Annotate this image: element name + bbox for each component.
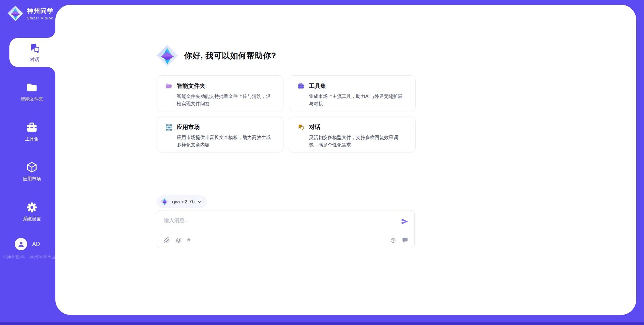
card-title: 工具集: [309, 82, 326, 90]
sidebar-item-settings[interactable]: 系统设置: [7, 201, 57, 222]
app-window: 神州问学 Smart Vision 对话 智能文件夹 工具集: [0, 0, 644, 325]
grid-icon: [165, 124, 172, 131]
sidebar-item-label: 智能文件夹: [20, 96, 43, 102]
composer-tools-right: [390, 237, 408, 243]
chat-icon: [297, 124, 305, 131]
brand: 神州问学 Smart Vision: [7, 5, 54, 21]
card-description: 集成市场上主流工具，助力AI与外界无缝扩展与对接: [309, 92, 407, 108]
sidebar-footer: ©神州数码 · 神州问学出品: [3, 254, 59, 260]
sidebar-item-smart-folder[interactable]: 智能文件夹: [7, 81, 57, 102]
model-selector[interactable]: qwen2:7b: [157, 195, 207, 208]
person-icon: [17, 241, 25, 248]
card-toolset[interactable]: 工具集 集成市场上主流工具，助力AI与外界无缝扩展与对接: [289, 75, 416, 111]
sidebar-item-label: 工具集: [25, 136, 39, 142]
card-header: 应用市场: [165, 123, 275, 131]
folder-icon: [26, 81, 38, 93]
topic-button[interactable]: #: [187, 237, 190, 244]
card-description: 灵活切换多模型文件，支持多样回复效果调试，满足个性化需求: [309, 134, 407, 149]
attach-file-button[interactable]: [164, 237, 170, 244]
card-header: 对话: [297, 123, 407, 131]
card-title: 智能文件夹: [177, 82, 205, 90]
bottom-edge-strip: [0, 322, 644, 325]
tab-curve-bottom: [47, 67, 55, 75]
card-title: 应用市场: [177, 123, 200, 131]
at-icon: @: [176, 237, 181, 244]
sidebar-item-label: 对话: [30, 57, 39, 63]
briefcase-icon: [26, 122, 38, 134]
new-chat-button[interactable]: [402, 237, 408, 243]
card-description: 应用市场提供丰富长文本模板，助力高效生成多样化文章内容: [177, 134, 275, 149]
brand-text: 神州问学 Smart Vision: [27, 7, 54, 20]
sidebar-item-label: 应用市场: [23, 176, 41, 182]
tab-curve-top: [47, 30, 55, 38]
sidebar-item-label: 系统设置: [23, 216, 41, 222]
model-name: qwen2:7b: [172, 199, 195, 205]
composer-tools-left: @ #: [164, 237, 191, 244]
briefcase-icon: [297, 82, 305, 90]
chevron-down-icon: [198, 201, 202, 203]
composer-divider: [162, 232, 410, 232]
model-logo-icon: [160, 197, 169, 206]
message-composer: @ #: [157, 210, 415, 248]
brand-name: 神州问学: [27, 7, 54, 15]
card-chat[interactable]: 对话 灵活切换多模型文件，支持多样回复效果调试，满足个性化需求: [289, 117, 416, 152]
brand-subtitle: Smart Vision: [27, 16, 54, 20]
chat-icon: [29, 43, 41, 55]
gear-icon: [26, 201, 38, 213]
card-app-market[interactable]: 应用市场 应用市场提供丰富长文本模板，助力高效生成多样化文章内容: [157, 117, 283, 152]
card-header: 智能文件夹: [165, 82, 275, 90]
folder-open-icon: [165, 82, 172, 90]
send-icon: [401, 217, 409, 225]
greeting: 你好, 我可以如何帮助你?: [156, 45, 276, 67]
message-input[interactable]: [164, 214, 388, 227]
card-smart-folder[interactable]: 智能文件夹 智能文件夹功能支持批量文件上传与清洗，轻松实现文件问答: [157, 75, 283, 111]
history-button[interactable]: [390, 237, 396, 243]
sidebar-item-chat[interactable]: 对话: [9, 38, 60, 67]
sidebar-item-app-market[interactable]: 应用市场: [7, 161, 57, 182]
message-icon: [402, 237, 408, 243]
card-title: 对话: [309, 123, 320, 131]
paperclip-icon: [164, 237, 170, 244]
user-name: AD: [32, 241, 40, 247]
hash-icon: #: [187, 237, 190, 244]
greeting-text: 你好, 我可以如何帮助你?: [184, 50, 276, 61]
assistant-logo-icon: [156, 45, 178, 67]
avatar: [15, 238, 27, 250]
mention-button[interactable]: @: [176, 237, 181, 244]
cube-icon: [26, 161, 38, 173]
user-account[interactable]: AD: [15, 238, 40, 250]
send-button[interactable]: [401, 217, 409, 225]
history-icon: [390, 237, 396, 243]
card-description: 智能文件夹功能支持批量文件上传与清洗，轻松实现文件问答: [177, 92, 275, 108]
main-panel: [55, 5, 636, 315]
brand-logo-icon: [7, 5, 23, 21]
card-header: 工具集: [297, 82, 407, 90]
sidebar-item-toolset[interactable]: 工具集: [7, 122, 57, 142]
